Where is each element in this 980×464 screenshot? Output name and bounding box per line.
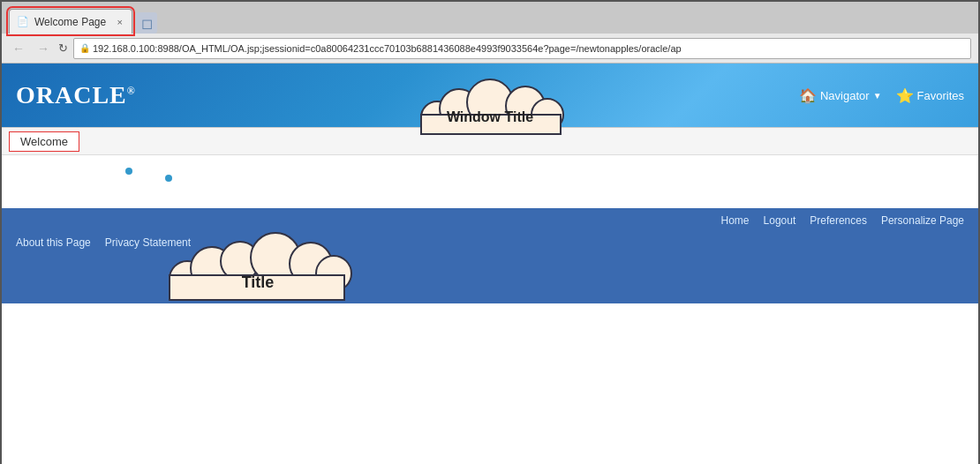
- window-title-text: Window Title: [447, 109, 533, 124]
- oracle-logo-text: ORACLE: [16, 81, 127, 109]
- dot-indicator-2: [165, 175, 172, 182]
- favorites-button[interactable]: ⭐ Favorites: [896, 87, 964, 104]
- tab-page-icon: 📄: [17, 16, 29, 27]
- logout-link[interactable]: Logout: [764, 214, 796, 227]
- favorites-icon: ⭐: [896, 87, 914, 104]
- back-button[interactable]: ←: [9, 40, 28, 57]
- tab-close-button[interactable]: ×: [117, 17, 123, 27]
- main-content: [2, 303, 978, 464]
- preferences-link[interactable]: Preferences: [810, 214, 867, 227]
- title-cloud-text: Title: [242, 273, 275, 291]
- browser-tab[interactable]: 📄 Welcome Page ×: [9, 9, 132, 34]
- refresh-button[interactable]: ↻: [58, 41, 68, 55]
- dot-indicator-1: [125, 168, 132, 175]
- tab-bar: 📄 Welcome Page × ◻: [2, 2, 978, 34]
- favorites-label: Favorites: [917, 89, 964, 102]
- footer-right-links: Home Logout Preferences Personalize Page: [721, 214, 964, 227]
- home-link[interactable]: Home: [721, 214, 750, 227]
- oracle-header: ORACLE® Window Title 🏠: [2, 64, 978, 127]
- window-title-cloud-wrapper: Window Title: [402, 69, 578, 143]
- title-cloud-wrapper: Title: [161, 215, 355, 307]
- url-text: 192.168.0.100:8988/OA_HTML/OA.jsp;jsessi…: [93, 43, 682, 54]
- url-bar[interactable]: 🔒 192.168.0.100:8988/OA_HTML/OA.jsp;jses…: [73, 38, 971, 59]
- navigator-dropdown-icon: ▼: [873, 91, 882, 101]
- url-lock-icon: 🔒: [79, 43, 90, 53]
- header-right: 🏠 Navigator ▼ ⭐ Favorites: [799, 87, 964, 104]
- welcome-tab-label: Welcome: [20, 135, 68, 148]
- window-title-cloud-svg: Window Title: [402, 69, 578, 139]
- personalize-link[interactable]: Personalize Page: [881, 214, 964, 227]
- navigator-button[interactable]: 🏠 Navigator ▼: [799, 87, 882, 104]
- content-area: [2, 155, 978, 208]
- title-cloud-svg: Title: [161, 215, 355, 303]
- navigator-label: Navigator: [820, 89, 870, 102]
- footer-bar: Home Logout Preferences Personalize Page: [2, 208, 978, 233]
- oracle-registered: ®: [127, 85, 136, 97]
- new-tab-icon: ◻: [141, 15, 153, 32]
- oracle-logo: ORACLE®: [16, 81, 136, 109]
- page-wrapper: 📄 Welcome Page × ◻ ← → ↻ 🔒 192.168.0.100…: [0, 0, 980, 464]
- footer-bottom: About this Page Privacy Statement Title: [2, 233, 978, 303]
- about-page-link[interactable]: About this Page: [16, 236, 91, 249]
- tab-title: Welcome Page: [34, 16, 106, 28]
- forward-button[interactable]: →: [34, 40, 53, 57]
- new-tab-button[interactable]: ◻: [136, 12, 157, 34]
- navigator-icon: 🏠: [799, 87, 817, 104]
- welcome-tab[interactable]: Welcome: [9, 131, 79, 152]
- address-bar: ← → ↻ 🔒 192.168.0.100:8988/OA_HTML/OA.js…: [2, 34, 978, 64]
